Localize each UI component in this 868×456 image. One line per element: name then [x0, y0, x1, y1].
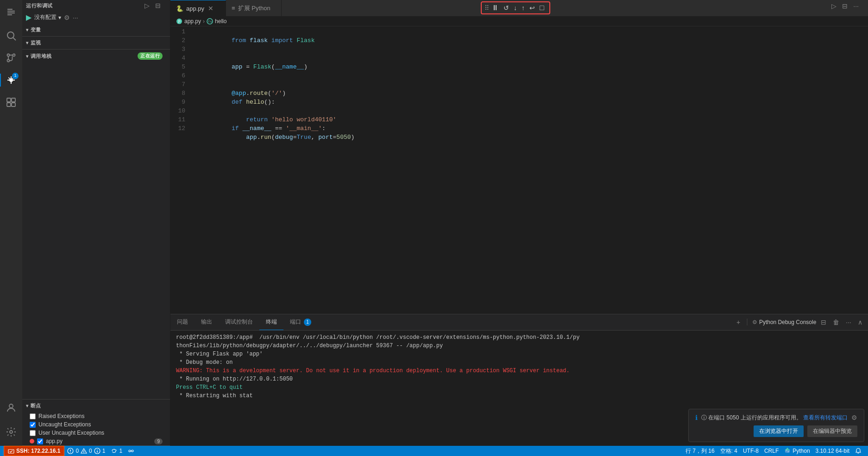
status-bar: SSH: 172.22.16.1 0 0 1 1	[0, 446, 868, 456]
panel-tab-terminal[interactable]: 终端	[259, 314, 283, 330]
ssh-label: SSH: 172.22.16.1	[16, 448, 60, 454]
svg-text:fn: fn	[208, 20, 212, 24]
svg-rect-34	[785, 450, 790, 453]
user-uncaught-checkbox[interactable]	[30, 430, 36, 436]
breadcrumb-file[interactable]: app.py	[184, 18, 201, 25]
tab-app-py[interactable]: 🐍 app.py ✕	[170, 0, 226, 16]
run-file-button[interactable]: ▷	[830, 2, 838, 10]
breakpoint-file-item: app.py 9	[22, 437, 170, 445]
svg-point-36	[788, 451, 789, 452]
activity-icon-account[interactable]	[0, 397, 22, 419]
breadcrumb-symbol[interactable]: hello	[215, 18, 226, 25]
drag-handle-icon: ⠿	[484, 4, 489, 12]
line-num-5: 5	[170, 62, 185, 71]
debug-more-button[interactable]: ···	[73, 14, 78, 21]
status-forward-port[interactable]	[125, 446, 137, 456]
collapse-panel-button[interactable]: ∧	[856, 318, 864, 327]
status-language[interactable]: Python	[781, 448, 812, 454]
variables-section-header[interactable]: ▾ 变量	[22, 24, 170, 36]
stop-debug-button[interactable]: ↩	[527, 4, 537, 12]
restart-debug-button[interactable]: ↺	[501, 4, 511, 12]
panel-content[interactable]: root@2f2dd3851389:/app# /usr/bin/env /us…	[170, 331, 868, 446]
app-py-checkbox[interactable]	[37, 438, 43, 444]
panel-tab-output[interactable]: 输出	[195, 314, 219, 330]
callstack-section-header[interactable]: ▾ 调用堆栈 正在运行	[22, 50, 170, 62]
open-in-editor-button[interactable]: 在编辑器中预览	[807, 425, 857, 437]
version-text: 3.10.12 64-bit	[816, 448, 849, 454]
run-all-tests-btn[interactable]: ▷	[143, 2, 151, 9]
step-over-debug-button[interactable]: ↓	[511, 4, 519, 12]
notification-text: ⓘ 在端口 5050 上运行的应用程序可用。 查看所有转发端口	[701, 414, 848, 422]
status-line-ending[interactable]: CRLF	[761, 448, 781, 454]
svg-rect-0	[7, 9, 13, 10]
activity-icon-extensions[interactable]	[0, 91, 22, 113]
split-terminal-button[interactable]: ⊟	[819, 318, 828, 327]
file-icon: P	[176, 18, 182, 25]
status-notifications[interactable]	[852, 448, 864, 454]
tab-label-ext: 扩展 Python	[238, 4, 270, 12]
step-out-debug-button[interactable]: ↑	[519, 4, 527, 12]
code-line-11: if __name__ == '__main__':	[195, 115, 868, 124]
add-terminal-button[interactable]: +	[735, 318, 742, 327]
tab-icon-app-py: 🐍	[176, 5, 183, 12]
debug-config-selector[interactable]: 没有配置 ▾	[34, 13, 61, 21]
svg-rect-13	[12, 103, 15, 106]
activity-icon-source-control[interactable]	[0, 47, 22, 69]
watch-section-header[interactable]: ▾ 监视	[22, 37, 170, 49]
line-num-2: 2	[170, 36, 185, 45]
tab-python-ext[interactable]: ≡ 扩展 Python	[226, 0, 282, 16]
panel-tab-ports[interactable]: 端口 1	[283, 314, 318, 330]
open-in-editor-btn[interactable]: ⊟	[153, 2, 163, 9]
debug-toolbar: ⠿ ⏸ ↺ ↓ ↑ ↩ □	[481, 1, 550, 14]
activity-icon-debug[interactable]: 1	[0, 69, 22, 91]
status-version[interactable]: 3.10.12 64-bit	[813, 448, 852, 454]
trash-terminal-button[interactable]: 🗑	[831, 318, 841, 327]
tab-label-app-py: app.py	[186, 5, 204, 12]
debug-settings-button[interactable]: ⚙	[64, 14, 70, 21]
code-content[interactable]: from flask import Flask app = Flask(__na…	[190, 26, 868, 314]
open-in-browser-button[interactable]: 在浏览器中打开	[754, 425, 804, 437]
svg-point-8	[7, 60, 10, 62]
info-status-icon	[94, 448, 101, 454]
line-col-text: 行 7，列 16	[686, 447, 715, 455]
status-errors[interactable]: 0 0 1	[64, 446, 108, 456]
pause-debug-button[interactable]: ⏸	[489, 4, 501, 12]
tab-close-app-py[interactable]: ✕	[207, 5, 214, 12]
activity-icon-explorer[interactable]	[0, 2, 22, 25]
status-line-col[interactable]: 行 7，列 16	[683, 447, 717, 455]
panel-tab-debug-console[interactable]: 调试控制台	[219, 314, 259, 330]
line-num-4: 4	[170, 54, 185, 62]
panel-tab-problems[interactable]: 问题	[170, 314, 195, 330]
split-editor-button[interactable]: ⊟	[840, 2, 849, 10]
notification-link[interactable]: 查看所有转发端口	[803, 414, 848, 421]
breakpoints-section-header[interactable]: ▾ 断点	[22, 400, 170, 412]
status-ssh[interactable]: SSH: 172.22.16.1	[4, 446, 64, 456]
sidebar-run-toolbar: 运行和调试 ▷ ⊟	[22, 0, 170, 11]
code-editor[interactable]: 1 2 3 4 5 6 7 8 9 10 11 12 from flask im…	[170, 26, 868, 314]
status-encoding[interactable]: UTF-8	[740, 448, 761, 454]
notification-settings-button[interactable]: ⚙	[851, 414, 857, 421]
breakpoint-user-uncaught: User Uncaught Exceptions	[22, 429, 170, 437]
svg-line-5	[13, 38, 16, 41]
uncaught-exceptions-checkbox[interactable]	[30, 422, 36, 428]
svg-point-31	[132, 450, 133, 452]
status-spaces[interactable]: 空格: 4	[717, 447, 740, 455]
more-terminal-button[interactable]: ···	[844, 318, 853, 327]
breakpoint-raised: Raised Exceptions	[22, 412, 170, 420]
more-actions-button[interactable]: ···	[851, 2, 861, 10]
terminal-line-8: * Restarting with stat	[176, 392, 862, 400]
activity-icon-search[interactable]	[0, 25, 22, 47]
breakpoint-dot	[30, 439, 34, 444]
code-line-5	[195, 62, 868, 71]
raised-exceptions-checkbox[interactable]	[30, 413, 36, 419]
notification-info-icon: ℹ	[695, 414, 698, 421]
activity-icon-settings[interactable]	[0, 421, 22, 443]
disconnect-debug-button[interactable]: □	[537, 4, 547, 12]
breadcrumb-separator: ›	[203, 18, 205, 25]
start-debug-button[interactable]: ▶	[26, 13, 31, 22]
code-line-4: app = Flask(__name__)	[195, 54, 868, 62]
svg-rect-3	[7, 14, 12, 15]
status-sync[interactable]: 1	[108, 446, 125, 456]
code-line-1: from flask import Flask	[195, 27, 868, 36]
svg-rect-10	[7, 98, 11, 102]
